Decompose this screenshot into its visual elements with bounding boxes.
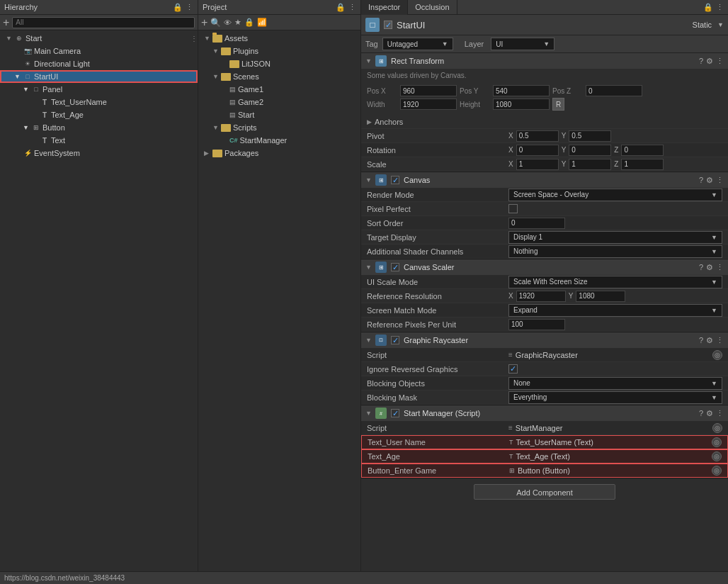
- canvas-active[interactable]: ✓: [391, 176, 399, 184]
- project-item-packages[interactable]: ▶ Packages: [198, 147, 360, 159]
- add-hierarchy-btn[interactable]: +: [3, 16, 9, 29]
- project-item-startmanager[interactable]: C# StartManager: [198, 134, 360, 147]
- project-item-game1[interactable]: ▤ Game1: [198, 83, 360, 96]
- manager-more-btn[interactable]: ⋮: [716, 409, 724, 418]
- inspector-more-icon[interactable]: ⋮: [716, 3, 724, 12]
- manager-script-circle[interactable]: ◎: [712, 423, 722, 433]
- project-item-assets[interactable]: ▼ Assets: [198, 32, 360, 45]
- tag-dropdown[interactable]: Untagged ▼: [382, 38, 453, 50]
- tab-occlusion[interactable]: Occlusion: [408, 0, 457, 15]
- rect-settings-btn[interactable]: ⚙: [706, 57, 713, 66]
- tree-item-dir-light[interactable]: ☀ Directional Light: [0, 57, 198, 70]
- eye-btn[interactable]: 👁: [224, 18, 232, 27]
- pos-y-input[interactable]: [493, 85, 550, 96]
- rot-x-input[interactable]: [516, 145, 559, 156]
- project-item-start-scene[interactable]: ▤ Start: [198, 108, 360, 121]
- manager-settings-btn[interactable]: ⚙: [706, 409, 713, 418]
- tree-item-panel[interactable]: ▼ □ Panel: [0, 83, 198, 96]
- height-input[interactable]: [493, 99, 550, 110]
- scale-z-input[interactable]: [621, 159, 664, 170]
- ref-pixels-input[interactable]: [508, 319, 565, 330]
- text-age-circle[interactable]: ◎: [712, 451, 722, 461]
- tree-item-text[interactable]: T Text: [0, 134, 198, 147]
- pos-x-input[interactable]: [400, 85, 457, 96]
- layer-dropdown[interactable]: UI ▼: [491, 38, 554, 50]
- canvas-header[interactable]: ▼ ⊞ ✓ Canvas ? ⚙ ⋮: [361, 172, 728, 188]
- add-project-btn[interactable]: +: [201, 16, 207, 29]
- blocking-objects-dropdown[interactable]: None ▼: [508, 377, 722, 390]
- raycaster-header[interactable]: ▼ ⊡ ✓ Graphic Raycaster ? ⚙ ⋮: [361, 332, 728, 348]
- rect-help-btn[interactable]: ?: [699, 57, 703, 66]
- start-manager-header[interactable]: ▼ # ✓ Start Manager (Script) ? ⚙ ⋮: [361, 405, 728, 421]
- scaler-settings-btn[interactable]: ⚙: [706, 263, 713, 272]
- pixel-perfect-checkbox[interactable]: [508, 204, 518, 213]
- tree-item-main-camera[interactable]: 📷 Main Camera: [0, 45, 198, 57]
- raycaster-active[interactable]: ✓: [391, 336, 399, 344]
- inspector-lock-icon[interactable]: 🔒: [703, 3, 713, 12]
- text-username-circle[interactable]: ◎: [712, 437, 722, 447]
- additional-shader-dropdown[interactable]: Nothing ▼: [508, 245, 722, 258]
- r-button[interactable]: R: [552, 98, 564, 111]
- blocking-mask-dropdown[interactable]: Everything ▼: [508, 391, 722, 404]
- add-component-btn[interactable]: Add Component: [474, 484, 615, 500]
- tree-item-text-username[interactable]: T Text_UserName: [0, 96, 198, 108]
- star-btn[interactable]: ★: [234, 18, 241, 27]
- ui-scale-dropdown[interactable]: Scale With Screen Size ▼: [508, 276, 722, 288]
- tree-item-startui[interactable]: ▼ □ StartUI: [0, 70, 198, 83]
- project-item-scenes[interactable]: ▼ Scenes: [198, 70, 360, 83]
- canvas-settings-btn[interactable]: ⚙: [706, 176, 713, 185]
- manager-help-btn[interactable]: ?: [699, 409, 703, 418]
- ref-y-input[interactable]: [576, 291, 625, 302]
- search-project-btn[interactable]: 🔍: [210, 18, 221, 28]
- pivot-x-input[interactable]: [516, 130, 559, 142]
- tree-item-button[interactable]: ▼ ⊞ Button: [0, 121, 198, 134]
- project-item-plugins[interactable]: ▼ Plugins: [198, 45, 360, 57]
- render-mode-dropdown[interactable]: Screen Space - Overlay ▼: [508, 189, 722, 201]
- start-options[interactable]: ⋮: [190, 35, 198, 43]
- wifi-icon[interactable]: 📶: [257, 18, 267, 27]
- raycaster-more-btn[interactable]: ⋮: [716, 336, 724, 345]
- hierarchy-search[interactable]: [12, 17, 195, 28]
- raycaster-settings-btn[interactable]: ⚙: [706, 336, 713, 345]
- static-dropdown-arrow[interactable]: ▼: [717, 21, 724, 28]
- more-icon[interactable]: ⋮: [186, 3, 193, 12]
- target-display-dropdown[interactable]: Display 1 ▼: [508, 231, 722, 244]
- lock-icon[interactable]: 🔒: [173, 3, 183, 12]
- canvas-scaler-header[interactable]: ▼ ⊞ ✓ Canvas Scaler ? ⚙ ⋮: [361, 259, 728, 275]
- raycaster-script-circle[interactable]: ◎: [712, 350, 722, 360]
- canvas-more-btn[interactable]: ⋮: [716, 176, 724, 185]
- ignore-reversed-checkbox[interactable]: ✓: [508, 364, 518, 374]
- tree-item-eventsystem[interactable]: ⚡ EventSystem: [0, 147, 198, 159]
- project-item-scripts[interactable]: ▼ Scripts: [198, 121, 360, 134]
- scale-y-input[interactable]: [569, 159, 611, 170]
- scaler-active[interactable]: ✓: [391, 263, 399, 271]
- tree-item-text-age[interactable]: T Text_Age: [0, 108, 198, 121]
- scale-x-input[interactable]: [516, 159, 559, 170]
- object-active-checkbox[interactable]: ✓: [384, 21, 392, 29]
- screen-match-dropdown[interactable]: Expand ▼: [508, 304, 722, 317]
- project-lock-icon[interactable]: 🔒: [336, 3, 346, 12]
- active-check[interactable]: ✓: [384, 21, 392, 29]
- rect-transform-header[interactable]: ▼ ⊞ Rect Transform ? ⚙ ⋮: [361, 53, 728, 69]
- pivot-y-input[interactable]: [569, 130, 611, 142]
- manager-active[interactable]: ✓: [391, 409, 399, 417]
- anchors-collapse[interactable]: ▶: [367, 118, 372, 125]
- raycaster-help-btn[interactable]: ?: [699, 336, 703, 345]
- canvas-help-btn[interactable]: ?: [699, 176, 703, 185]
- rot-y-input[interactable]: [569, 145, 611, 156]
- project-more-icon[interactable]: ⋮: [348, 3, 356, 12]
- rot-z-input[interactable]: [621, 145, 664, 156]
- project-item-litjson[interactable]: LitJSON: [198, 57, 360, 70]
- sort-order-input[interactable]: [508, 218, 565, 229]
- tab-inspector[interactable]: Inspector: [361, 0, 408, 15]
- ref-x-input[interactable]: [516, 291, 566, 302]
- width-input[interactable]: [400, 99, 457, 110]
- project-item-game2[interactable]: ▤ Game2: [198, 96, 360, 108]
- rect-more-btn[interactable]: ⋮: [716, 57, 724, 66]
- scaler-help-btn[interactable]: ?: [699, 263, 703, 272]
- lock2-icon[interactable]: 🔒: [244, 18, 254, 27]
- scaler-more-btn[interactable]: ⋮: [716, 263, 724, 272]
- tree-item-start[interactable]: ▼ ⊕ Start ⋮: [0, 32, 198, 45]
- pos-z-input[interactable]: [586, 85, 642, 96]
- button-enter-circle[interactable]: ◎: [712, 466, 722, 476]
